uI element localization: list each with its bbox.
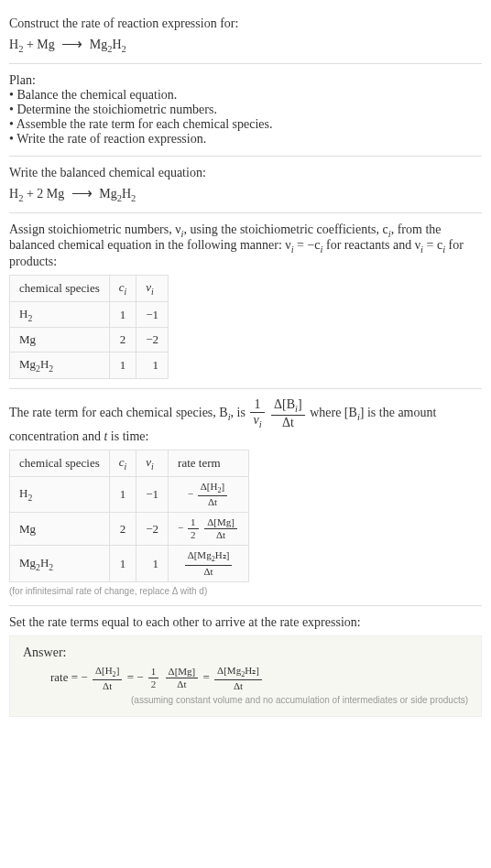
denominator: Δt	[214, 680, 262, 691]
text: , is	[231, 406, 249, 419]
species: H	[9, 38, 18, 51]
text: H₂]	[245, 665, 259, 676]
numerator: 1	[188, 517, 199, 529]
text: =	[127, 670, 137, 684]
arrow-icon: ⟶	[58, 36, 86, 51]
numerator: Δ[H2]	[93, 666, 122, 680]
col-species: chemical species	[10, 450, 110, 477]
cell-nu: 1	[136, 353, 169, 379]
denominator: Δt	[198, 496, 227, 507]
plan-item: • Determine the stoichiometric numbers.	[9, 103, 482, 117]
arrow-icon: ⟶	[68, 185, 96, 201]
cell-nu: 1	[136, 546, 169, 581]
denominator: 2	[148, 678, 159, 689]
table-row: Mg2H2 1 1	[10, 353, 169, 379]
cell-c: 2	[109, 513, 136, 546]
plan-item: • Balance the chemical equation.	[9, 88, 482, 103]
subscript: i	[151, 287, 154, 297]
species: Mg	[86, 38, 107, 51]
numerator: 1	[250, 398, 264, 413]
text: ]	[298, 397, 302, 411]
subscript: 2	[122, 44, 126, 54]
prompt-text: Construct the rate of reaction expressio…	[9, 16, 482, 31]
col-species: chemical species	[10, 276, 110, 302]
text: H	[19, 307, 27, 320]
text: −	[136, 670, 147, 684]
balanced-equation: H2 + 2 Mg ⟶ Mg2H2	[9, 184, 482, 203]
col-nu: νi	[136, 276, 169, 302]
text: Mg	[19, 556, 36, 570]
subscript: 2	[131, 193, 136, 203]
text: Δ[H	[201, 481, 218, 492]
text: for reactants and ν	[322, 238, 420, 252]
col-c: ci	[109, 450, 136, 477]
table-row: H2 1 −1 − Δ[H2] Δt	[10, 476, 249, 512]
plus: + 2 Mg	[23, 187, 67, 201]
text: Δ[B	[274, 397, 295, 411]
fraction: 1 νi	[250, 398, 264, 429]
cell-rateterm: − 1 2 Δ[Mg] Δt	[169, 513, 249, 546]
denominator: Δt	[166, 678, 199, 689]
answer-note: (assuming constant volume and no accumul…	[23, 695, 468, 705]
numerator: Δ[Mg2H₂]	[214, 666, 262, 680]
species: H	[112, 38, 121, 51]
assign-section: Assign stoichiometric numbers, νi, using…	[9, 213, 482, 389]
subscript: i	[125, 461, 127, 472]
text: =	[203, 670, 213, 684]
fraction: Δ[Bi] Δt	[271, 398, 305, 429]
cell-species: Mg	[10, 513, 110, 546]
cell-rateterm: − Δ[H2] Δt	[169, 476, 249, 512]
text: −	[81, 670, 91, 684]
subscript: 2	[49, 561, 53, 571]
fraction: Δ[H2] Δt	[93, 666, 122, 691]
text: = −c	[294, 238, 321, 252]
fraction: Δ[Mg2H₂] Δt	[185, 550, 233, 576]
numerator: Δ[Mg2H₂]	[185, 550, 233, 565]
rateterm-table: chemical species ci νi rate term H2 1 −1…	[9, 450, 249, 581]
cell-c: 1	[109, 301, 136, 328]
denominator: Δt	[204, 529, 237, 540]
cell-nu: −2	[136, 513, 169, 546]
numerator: Δ[H2]	[198, 482, 227, 496]
final-lead: Set the rate terms equal to each other t…	[9, 615, 482, 630]
text: Assign stoichiometric numbers, ν	[9, 222, 181, 236]
subscript: i	[259, 419, 262, 429]
denominator: νi	[250, 413, 264, 429]
infinitesimal-note: (for infinitesimal rate of change, repla…	[9, 586, 482, 596]
plan-item: • Write the rate of reaction expression.	[9, 132, 482, 146]
cell-species: H2	[10, 476, 110, 512]
table-row: Mg 2 −2 − 1 2 Δ[Mg] Δt	[10, 513, 249, 546]
denominator: Δt	[185, 566, 233, 577]
fraction: Δ[Mg2H₂] Δt	[214, 666, 262, 691]
text: H	[40, 556, 49, 570]
plan-item: • Assemble the rate term for each chemic…	[9, 117, 482, 132]
text: Δ[Mg	[217, 665, 241, 676]
cell-species: Mg2H2	[10, 546, 110, 581]
answer-box: Answer: rate = − Δ[H2] Δt = − 1 2 Δ[Mg] …	[9, 635, 482, 717]
cell-species: Mg	[10, 328, 110, 353]
text: H	[19, 486, 27, 500]
cell-c: 1	[109, 476, 136, 512]
numerator: Δ[Bi]	[271, 398, 305, 416]
species: H	[122, 187, 131, 201]
text: The rate term for each chemical species,…	[9, 406, 228, 419]
text: Δ[Mg	[188, 549, 212, 560]
rateterm-section: The rate term for each chemical species,…	[9, 389, 482, 606]
cell-nu: −1	[136, 301, 169, 328]
subscript: 2	[27, 493, 32, 503]
rateterm-text: The rate term for each chemical species,…	[9, 398, 482, 444]
fraction: 1 2	[148, 667, 159, 689]
text: ]	[116, 665, 120, 676]
text: rate =	[50, 670, 81, 684]
cell-nu: −2	[136, 328, 169, 353]
fraction: Δ[Mg] Δt	[166, 667, 199, 689]
text: = c	[423, 238, 442, 252]
table-row: Mg 2 −2	[10, 328, 169, 353]
cell-species: H2	[10, 301, 110, 328]
table-row: H2 1 −1	[10, 301, 169, 328]
text: Δ[H	[95, 665, 113, 676]
subscript: i	[151, 461, 154, 472]
numerator: Δ[Mg]	[204, 517, 237, 529]
table-row: Mg2H2 1 1 Δ[Mg2H₂] Δt	[10, 546, 249, 581]
plan-section: Plan: • Balance the chemical equation. •…	[9, 64, 482, 157]
